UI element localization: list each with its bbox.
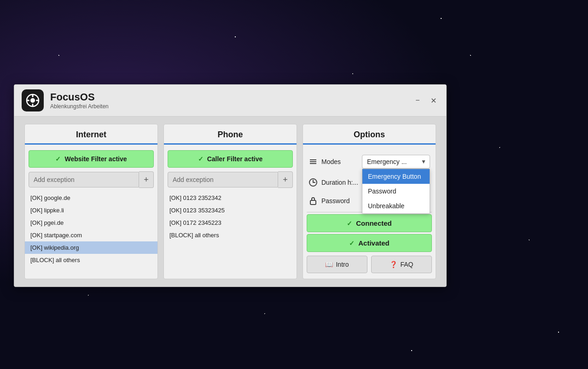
phone-list-item[interactable]: [BLOCK] all others: [164, 229, 297, 241]
options-header: Options: [303, 124, 436, 143]
internet-list-item[interactable]: [OK] pgei.de: [25, 217, 157, 229]
options-column: Options Modes Emergency ... ▼: [303, 124, 436, 279]
bottom-buttons: 📖 Intro ❓ FAQ: [307, 256, 432, 273]
caller-filter-button[interactable]: ✓ Caller Filter active: [168, 150, 293, 168]
svg-rect-4: [27, 100, 29, 101]
app-name: FocusOS: [50, 91, 109, 103]
faq-label: FAQ: [400, 261, 413, 268]
intro-button[interactable]: 📖 Intro: [307, 256, 367, 273]
app-logo: [22, 89, 44, 111]
minimize-button[interactable]: −: [412, 95, 423, 106]
svg-rect-2: [32, 94, 34, 97]
caller-filter-check: ✓: [198, 155, 204, 163]
svg-rect-9: [310, 200, 316, 205]
phone-accent-bar: [164, 143, 297, 145]
phone-list-item[interactable]: [OK] 0123 2352342: [164, 192, 297, 204]
modes-label: Modes: [321, 158, 358, 165]
modes-dropdown-popup: Emergency Button Password Unbreakable: [362, 169, 430, 214]
internet-add-exception-row: Add exception +: [29, 171, 154, 188]
title-bar: FocusOS Ablenkungsfrei Arbeiten − ✕: [14, 85, 446, 117]
website-filter-button[interactable]: ✓ Website Filter active: [29, 150, 154, 168]
svg-point-1: [30, 98, 35, 103]
intro-icon: 📖: [325, 261, 333, 268]
close-button[interactable]: ✕: [428, 95, 439, 106]
modes-dropdown-wrapper: Emergency ... ▼ Emergency Button Passwor…: [362, 155, 430, 169]
website-filter-label: Website Filter active: [64, 155, 127, 163]
faq-icon: ❓: [390, 261, 397, 268]
svg-rect-5: [36, 100, 39, 101]
phone-list-item[interactable]: [OK] 0123 35323425: [164, 204, 297, 217]
phone-column: Phone ✓ Caller Filter active Add excepti…: [163, 124, 297, 279]
window-controls: − ✕: [412, 95, 439, 106]
internet-header: Internet: [25, 124, 157, 143]
caller-filter-label: Caller Filter active: [207, 155, 263, 163]
modes-row: Modes Emergency ... ▼ Emergency Button P…: [303, 150, 436, 173]
password-label: Password: [321, 197, 358, 205]
internet-list: [OK] google.de[OK] lippke.li[OK] pgei.de…: [25, 192, 157, 266]
phone-list: [OK] 0123 2352342[OK] 0123 35323425[OK] …: [164, 192, 297, 241]
duration-icon: [309, 178, 318, 187]
phone-add-plus-button[interactable]: +: [278, 171, 293, 188]
phone-add-exception-button[interactable]: Add exception: [168, 172, 278, 187]
options-accent-bar: [303, 143, 436, 145]
internet-column: Internet ✓ Website Filter active Add exc…: [24, 124, 158, 279]
internet-add-plus-button[interactable]: +: [139, 171, 154, 188]
internet-list-item[interactable]: [OK] lippke.li: [25, 204, 157, 217]
dropdown-option-unbreakable[interactable]: Unbreakable: [362, 199, 430, 213]
dropdown-option-emergency[interactable]: Emergency Button: [362, 169, 430, 184]
internet-accent-bar: [25, 143, 157, 145]
app-subtitle: Ablenkungsfrei Arbeiten: [50, 103, 109, 110]
internet-list-item[interactable]: [OK] google.de: [25, 192, 157, 204]
internet-list-item[interactable]: [BLOCK] all others: [25, 254, 157, 266]
password-icon: [309, 196, 318, 205]
app-title-text: FocusOS Ablenkungsfrei Arbeiten: [50, 91, 109, 110]
connected-button[interactable]: ✓ Connected: [307, 214, 432, 232]
internet-add-exception-button[interactable]: Add exception: [29, 172, 139, 187]
app-logo-icon: [25, 93, 40, 108]
activated-button[interactable]: ✓ Activated: [307, 234, 432, 252]
connected-check: ✓: [347, 220, 352, 227]
internet-list-item[interactable]: [OK] wikipedia.org: [25, 241, 157, 254]
intro-label: Intro: [336, 261, 349, 268]
dropdown-option-password[interactable]: Password: [362, 184, 430, 199]
phone-list-item[interactable]: [OK] 0172 2345223: [164, 217, 297, 229]
modes-dropdown[interactable]: Emergency ...: [362, 155, 430, 169]
connected-label: Connected: [356, 219, 392, 227]
svg-rect-3: [32, 104, 34, 106]
columns-container: Internet ✓ Website Filter active Add exc…: [14, 117, 446, 287]
faq-button[interactable]: ❓ FAQ: [371, 256, 432, 273]
modes-icon: [309, 157, 318, 166]
app-window: FocusOS Ablenkungsfrei Arbeiten − ✕ Inte…: [14, 84, 447, 287]
activated-check: ✓: [349, 240, 355, 247]
phone-add-exception-row: Add exception +: [168, 171, 293, 188]
duration-label: Duration h:...: [321, 179, 358, 186]
activated-label: Activated: [358, 239, 390, 247]
internet-list-item[interactable]: [OK] startpage.com: [25, 229, 157, 241]
website-filter-check: ✓: [55, 155, 61, 163]
phone-header: Phone: [164, 124, 297, 143]
